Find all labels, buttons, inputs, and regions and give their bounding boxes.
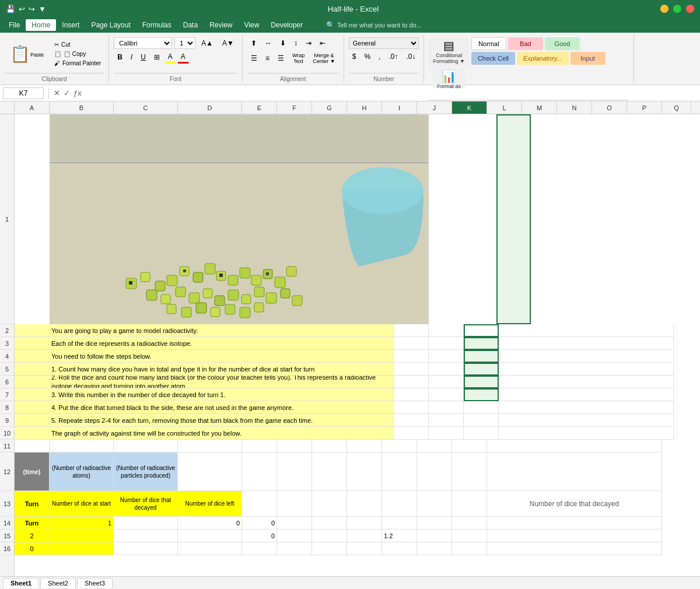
cell-a3[interactable] xyxy=(15,337,50,350)
wrap-text-button[interactable]: WrapText xyxy=(289,51,308,66)
cell-a14[interactable]: Turn xyxy=(15,517,50,530)
cell-a12[interactable]: (time) xyxy=(15,453,50,491)
cell-j10[interactable] xyxy=(429,427,464,440)
cell-j13[interactable] xyxy=(417,491,452,517)
window-controls[interactable] xyxy=(660,5,694,13)
cell-k2[interactable] xyxy=(464,324,499,337)
cell-a8[interactable] xyxy=(15,401,50,414)
font-size-select[interactable]: 11 xyxy=(174,37,195,49)
cell-i10[interactable] xyxy=(394,427,429,440)
align-right-button[interactable]: ☰ xyxy=(274,52,288,64)
close-button[interactable] xyxy=(686,5,694,13)
cell-f13[interactable] xyxy=(277,491,312,517)
cell-e12[interactable] xyxy=(242,453,277,491)
style-normal[interactable]: Normal xyxy=(471,37,506,50)
cell-b8[interactable]: 4. Put the dice that turned black to the… xyxy=(50,401,394,414)
align-center-button[interactable]: ≡ xyxy=(262,52,273,64)
row-num-4[interactable]: 4 xyxy=(0,350,14,363)
cell-k13[interactable] xyxy=(452,491,487,517)
cell-f11[interactable] xyxy=(277,440,312,453)
cell-i8[interactable] xyxy=(394,401,429,414)
cell-f12[interactable] xyxy=(277,453,312,491)
cell-b10[interactable]: The graph of activity against time will … xyxy=(50,427,394,440)
cell-k6[interactable] xyxy=(464,376,499,388)
row-num-1[interactable]: 1 xyxy=(0,114,14,324)
cell-a4[interactable] xyxy=(15,350,50,363)
cell-e15[interactable]: 0 xyxy=(242,530,277,542)
indent-increase-button[interactable]: ⇥ xyxy=(302,37,315,49)
cell-a10[interactable] xyxy=(15,427,50,440)
cell-k16[interactable] xyxy=(452,542,487,555)
menu-insert[interactable]: Insert xyxy=(56,19,85,31)
menu-data[interactable]: Data xyxy=(177,19,204,31)
cell-rest-16[interactable] xyxy=(487,542,662,555)
cell-j6[interactable] xyxy=(429,376,464,388)
decrease-font-button[interactable]: A▼ xyxy=(219,37,237,49)
style-input[interactable]: Input xyxy=(570,52,606,65)
cell-a11[interactable] xyxy=(15,440,50,453)
sheet-tab-3[interactable]: Sheet3 xyxy=(77,578,113,588)
cell-a15[interactable]: 2 xyxy=(15,530,50,542)
cell-g11[interactable] xyxy=(312,440,347,453)
style-good[interactable]: Good xyxy=(545,37,580,50)
cell-c12[interactable]: (Number of radioactive particles produce… xyxy=(114,453,178,491)
cell-i2[interactable] xyxy=(394,324,429,337)
cell-h12[interactable] xyxy=(347,453,382,491)
undo-icon[interactable]: ↩ xyxy=(19,5,25,13)
cell-b3[interactable]: Each of the dice represents a radioactiv… xyxy=(50,337,394,350)
row-num-13[interactable]: 13 xyxy=(0,491,14,517)
cell-j1[interactable] xyxy=(463,114,496,324)
style-bad[interactable]: Bad xyxy=(508,37,543,50)
cell-b7[interactable]: 3. Write this number in the number of di… xyxy=(50,388,394,401)
cell-b4[interactable]: You need to follow the steps below. xyxy=(50,350,394,363)
menu-search[interactable]: 🔍 Tell me what you want to do... xyxy=(320,19,428,31)
border-button[interactable]: ⊞ xyxy=(150,51,163,63)
row-num-11[interactable]: 11 xyxy=(0,440,14,453)
text-direction-button[interactable]: ↕ xyxy=(290,37,301,49)
cell-k15[interactable] xyxy=(452,530,487,542)
cell-i16[interactable] xyxy=(382,542,417,555)
row-num-16[interactable]: 16 xyxy=(0,542,14,555)
cell-rest-14[interactable] xyxy=(487,517,662,530)
customize-icon[interactable]: ▼ xyxy=(38,5,46,13)
cell-f16[interactable] xyxy=(277,542,312,555)
row-num-15[interactable]: 15 xyxy=(0,530,14,542)
cell-a5[interactable] xyxy=(15,363,50,376)
col-header-h[interactable]: H xyxy=(347,101,382,114)
col-header-o[interactable]: O xyxy=(592,101,627,114)
menu-formulas[interactable]: Formulas xyxy=(136,19,177,31)
col-header-d[interactable]: D xyxy=(178,101,242,114)
cell-a2[interactable] xyxy=(15,324,50,337)
col-header-b[interactable]: B xyxy=(50,101,114,114)
cell-j15[interactable] xyxy=(417,530,452,542)
col-header-g[interactable]: G xyxy=(312,101,347,114)
row-num-7[interactable]: 7 xyxy=(0,388,14,401)
cell-h16[interactable] xyxy=(347,542,382,555)
formula-input[interactable] xyxy=(84,88,697,99)
cell-rest-11[interactable] xyxy=(487,440,662,453)
cell-e11[interactable] xyxy=(242,440,277,453)
cell-j8[interactable] xyxy=(429,401,464,414)
cell-c16[interactable] xyxy=(114,542,178,555)
cell-e14[interactable]: 0 xyxy=(242,517,277,530)
cell-i12[interactable] xyxy=(382,453,417,491)
indent-decrease-button[interactable]: ⇤ xyxy=(316,37,329,49)
cut-button[interactable]: ✂ Cut xyxy=(51,40,104,49)
cell-g14[interactable] xyxy=(312,517,347,530)
cell-i1[interactable] xyxy=(429,114,463,324)
col-header-l[interactable]: L xyxy=(487,101,522,114)
cell-i3[interactable] xyxy=(394,337,429,350)
cell-k3[interactable] xyxy=(464,337,499,350)
col-header-c[interactable]: C xyxy=(114,101,178,114)
cell-rest-12[interactable] xyxy=(487,453,662,491)
decrease-decimal-button[interactable]: .0↓ xyxy=(402,51,419,62)
cell-a6[interactable] xyxy=(15,376,50,388)
cell-k10[interactable] xyxy=(464,427,499,440)
cell-c14[interactable] xyxy=(114,517,178,530)
increase-decimal-button[interactable]: .0↑ xyxy=(385,51,401,62)
cell-d12[interactable] xyxy=(178,453,242,491)
menu-developer[interactable]: Developer xyxy=(265,19,309,31)
col-header-m[interactable]: M xyxy=(522,101,557,114)
cancel-formula-icon[interactable]: ✕ xyxy=(54,89,60,97)
cell-a1[interactable] xyxy=(15,114,50,324)
